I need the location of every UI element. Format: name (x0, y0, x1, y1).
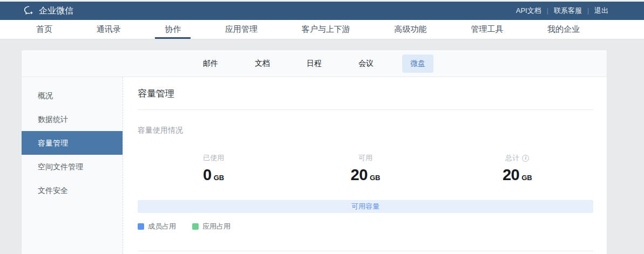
capacity-usage-section-label: 容量使用情况 (138, 126, 593, 135)
stat-used-value: 0 GB (138, 166, 289, 184)
content: 容量管理 容量使用情况 已使用 0 GB 可用 20 GB (123, 77, 607, 254)
brand-name: 企业微信 (39, 5, 73, 17)
topbar-separator: | (587, 7, 589, 15)
nav-item-advanced-features[interactable]: 高级功能 (392, 20, 429, 39)
main-nav: 首页 通讯录 协作 应用管理 客户与上下游 高级功能 管理工具 我的企业 (0, 20, 644, 39)
stat-available: 可用 20 GB (289, 153, 441, 184)
sidebar-item-file-security[interactable]: 文件安全 (22, 179, 123, 202)
capacity-stats: 已使用 0 GB 可用 20 GB 总计 (138, 153, 593, 184)
topbar-link-logout[interactable]: 退出 (594, 6, 608, 16)
stat-total-label: 总计 (505, 153, 519, 163)
title-divider (138, 109, 593, 110)
sidebar: 概况 数据统计 容量管理 空间文件管理 文件安全 (22, 77, 123, 254)
tab-docs[interactable]: 文档 (247, 54, 278, 73)
capacity-bar: 可用容量 (138, 200, 593, 213)
collaboration-tabs: 邮件 文档 日程 会议 微盘 (22, 50, 607, 77)
info-icon[interactable] (522, 155, 529, 162)
sidebar-item-statistics[interactable]: 数据统计 (22, 107, 123, 131)
stat-available-label: 可用 (358, 153, 372, 163)
main-card: 邮件 文档 日程 会议 微盘 概况 数据统计 容量管理 空间文件管理 文件安全 … (22, 50, 607, 254)
topbar-link-api-docs[interactable]: API文档 (516, 6, 541, 16)
stat-total-value: 20 GB (442, 166, 593, 184)
capacity-legend: 成员占用 应用占用 (138, 222, 593, 231)
nav-item-collaboration[interactable]: 协作 (162, 20, 183, 39)
legend-item-member: 成员占用 (138, 222, 176, 231)
nav-item-home[interactable]: 首页 (34, 20, 55, 39)
nav-item-my-company[interactable]: 我的企业 (545, 20, 582, 39)
legend-app-label: 应用占用 (202, 222, 231, 231)
wechat-work-logo-icon (23, 5, 35, 17)
topbar-link-contact-support[interactable]: 联系客服 (554, 6, 582, 16)
tab-calendar[interactable]: 日程 (299, 54, 330, 73)
nav-item-customers[interactable]: 客户与上下游 (300, 20, 352, 39)
capacity-bar-label: 可用容量 (351, 202, 379, 211)
section-bottom-divider (138, 251, 593, 251)
brand[interactable]: 企业微信 (23, 5, 73, 17)
page-title: 容量管理 (138, 87, 593, 100)
tab-wedrive[interactable]: 微盘 (402, 54, 433, 73)
card-body: 概况 数据统计 容量管理 空间文件管理 文件安全 容量管理 容量使用情况 已使用… (22, 77, 607, 254)
legend-member-label: 成员占用 (148, 222, 176, 231)
topbar-separator: | (547, 7, 548, 15)
sidebar-item-space-file-management[interactable]: 空间文件管理 (22, 155, 123, 179)
nav-item-contacts[interactable]: 通讯录 (94, 20, 123, 39)
nav-item-admin-tools[interactable]: 管理工具 (469, 20, 505, 39)
tab-mail[interactable]: 邮件 (195, 54, 226, 73)
stat-available-value: 20 GB (289, 166, 441, 184)
topbar: 企业微信 API文档 | 联系客服 | 退出 (0, 2, 644, 20)
member-usage-swatch (138, 223, 144, 230)
stat-total: 总计 20 GB (442, 153, 593, 184)
legend-item-app: 应用占用 (192, 222, 231, 231)
stat-used-label: 已使用 (203, 153, 224, 163)
sidebar-item-overview[interactable]: 概况 (22, 84, 123, 107)
sidebar-item-capacity-management[interactable]: 容量管理 (22, 131, 123, 155)
nav-item-app-management[interactable]: 应用管理 (223, 20, 260, 39)
app-usage-swatch (192, 223, 199, 230)
stat-used: 已使用 0 GB (138, 153, 289, 184)
tab-meeting[interactable]: 会议 (350, 54, 382, 73)
topbar-links: API文档 | 联系客服 | 退出 (516, 6, 608, 16)
